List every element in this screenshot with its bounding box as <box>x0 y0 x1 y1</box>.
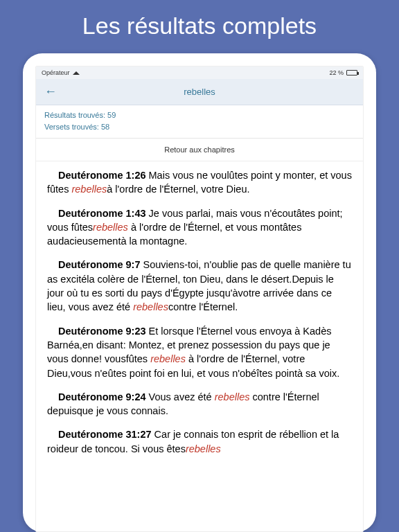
verse-item[interactable]: Deutéronome 1:43 Je vous parlai, mais vo… <box>47 206 352 249</box>
verse-item[interactable]: Deutéronome 1:26 Mais vous ne voulûtes p… <box>47 168 352 197</box>
verse-item[interactable]: Deutéronome 9:7 Souviens-toi, n'oublie p… <box>47 258 352 314</box>
verse-item[interactable]: Deutéronome 9:24 Vous avez été rebelles … <box>47 390 352 418</box>
verse-item[interactable]: Deutéronome 9:23 Et lorsque l'Éternel vo… <box>47 324 352 380</box>
highlight-keyword: rebelles <box>186 443 221 454</box>
results-list[interactable]: Deutéronome 1:26 Mais vous ne voulûtes p… <box>36 161 363 531</box>
verse-reference: Deutéronome 31:27 <box>58 429 152 440</box>
battery-icon <box>346 70 357 76</box>
verse-text-after: contre l'Éternel. <box>168 301 238 312</box>
highlight-keyword: rebelles <box>150 353 186 364</box>
tablet-screen: Opérateur 22 % ← rebelles Résultats trou… <box>35 66 364 532</box>
verse-text-before: Vous avez été <box>146 391 215 402</box>
verse-reference: Deutéronome 9:24 <box>58 391 146 402</box>
nav-bar: ← rebelles <box>36 79 363 105</box>
highlight-keyword: rebelles <box>93 222 128 233</box>
status-bar: Opérateur 22 % <box>36 66 363 79</box>
verse-text-after: à l'ordre de l'Éternel, votre Dieu. <box>107 184 249 195</box>
verse-item[interactable]: Deutéronome 31:27 Car je connais ton esp… <box>47 427 352 456</box>
wifi-icon <box>73 71 80 75</box>
nav-title: rebelles <box>44 87 355 97</box>
results-count: Résultats trouvés: 59 <box>44 109 355 121</box>
verse-reference: Deutéronome 1:43 <box>58 208 146 219</box>
return-to-chapters-link[interactable]: Retour aux chapitres <box>36 139 363 161</box>
carrier-text: Opérateur <box>42 69 70 76</box>
battery-text: 22 % <box>329 69 344 76</box>
verse-reference: Deutéronome 9:23 <box>58 326 146 337</box>
status-left: Opérateur <box>42 69 80 76</box>
highlight-keyword: rebelles <box>133 301 168 312</box>
verse-reference: Deutéronome 1:26 <box>58 170 146 181</box>
highlight-keyword: rebelles <box>215 391 250 402</box>
verses-count: Versets trouvés: 58 <box>44 121 355 133</box>
tablet-frame: Opérateur 22 % ← rebelles Résultats trou… <box>23 53 376 532</box>
status-right: 22 % <box>329 69 357 76</box>
stats-bar: Résultats trouvés: 59 Versets trouvés: 5… <box>36 105 363 139</box>
hero-title: Les résultats complets <box>82 12 317 39</box>
verse-reference: Deutéronome 9:7 <box>58 259 140 270</box>
highlight-keyword: rebelles <box>71 184 107 195</box>
